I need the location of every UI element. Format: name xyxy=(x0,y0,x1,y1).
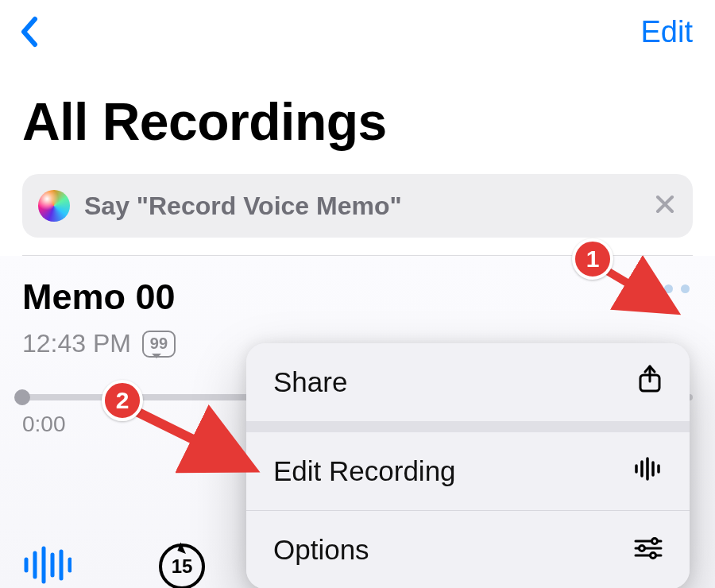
skip-back-button[interactable]: 15 xyxy=(159,544,205,588)
waveform-icon[interactable] xyxy=(22,545,72,588)
menu-edit-recording-label: Edit Recording xyxy=(273,455,456,487)
edit-button[interactable]: Edit xyxy=(641,15,693,49)
back-button[interactable] xyxy=(13,16,44,48)
memo-time: 12:43 PM xyxy=(22,329,131,358)
context-menu: Share Edit Recording xyxy=(246,343,690,588)
menu-share-label: Share xyxy=(273,366,347,398)
menu-share[interactable]: Share xyxy=(246,343,690,421)
svg-line-22 xyxy=(130,408,243,464)
siri-hint-text: Say "Record Voice Memo" xyxy=(84,191,402,221)
transcript-icon[interactable]: 99 xyxy=(142,331,176,358)
siri-suggestion[interactable]: Say "Record Voice Memo" xyxy=(22,174,693,238)
nav-bar: Edit xyxy=(0,0,715,64)
annotation-callout-2: 2 xyxy=(102,380,143,421)
menu-separator xyxy=(246,421,690,432)
annotation-arrow-2 xyxy=(124,402,259,482)
annotation-callout-1: 1 xyxy=(572,238,613,280)
menu-options[interactable]: Options xyxy=(246,511,690,588)
svg-point-18 xyxy=(652,539,658,544)
close-icon[interactable] xyxy=(655,194,675,218)
share-icon xyxy=(637,364,663,400)
svg-line-21 xyxy=(601,267,667,307)
menu-options-label: Options xyxy=(273,534,369,566)
svg-point-20 xyxy=(651,553,656,559)
waveform-small-icon xyxy=(634,455,663,487)
memo-title: Memo 00 xyxy=(22,277,693,318)
page-title: All Recordings xyxy=(22,91,715,152)
svg-point-19 xyxy=(640,546,645,551)
menu-edit-recording[interactable]: Edit Recording xyxy=(246,432,690,510)
sliders-icon xyxy=(634,534,663,566)
chevron-left-icon xyxy=(19,16,38,48)
scrubber-thumb[interactable] xyxy=(14,389,30,405)
siri-icon xyxy=(38,190,70,222)
